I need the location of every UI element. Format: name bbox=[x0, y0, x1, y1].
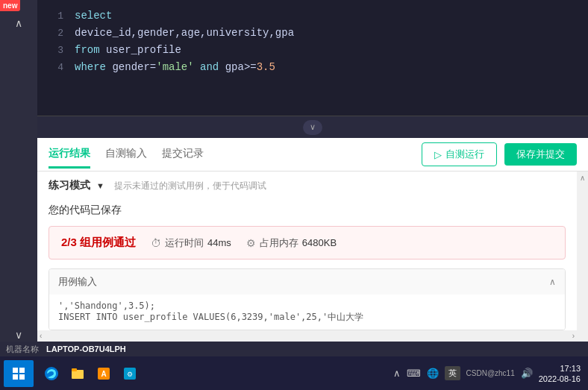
taskbar: 机器名称 LAPTOP-OB7U4LPH bbox=[0, 342, 588, 390]
tab-self-test[interactable]: 自测输入 bbox=[105, 141, 147, 169]
scroll-down-icon[interactable]: ∨ bbox=[15, 329, 22, 341]
keyboard-icon[interactable]: ⌨ bbox=[407, 368, 421, 379]
scroll-left-icon[interactable]: ‹ bbox=[40, 332, 42, 340]
testcase-header[interactable]: 用例输入 ∧ bbox=[49, 269, 565, 295]
memory-label: 占用内存 bbox=[260, 236, 298, 250]
caret-icon[interactable]: ∧ bbox=[393, 368, 401, 379]
code-line-4: 4 where gender= 'male' and gpa>= 3.5 bbox=[49, 59, 577, 76]
bottom-scrollbar[interactable]: ‹ › bbox=[37, 330, 577, 342]
svg-rect-6 bbox=[72, 368, 77, 371]
gear-icon: ⚙ bbox=[246, 237, 256, 249]
taskbar-top: 机器名称 LAPTOP-OB7U4LPH bbox=[0, 342, 588, 356]
testcase-area: 用例输入 ∧ ','Shandong',3.5); INSERT INTO us… bbox=[49, 268, 566, 330]
practice-hint: 提示未通过的测试用例，便于代码调试 bbox=[114, 180, 266, 192]
runtime-stat: ⏱ 运行时间 44ms bbox=[151, 236, 231, 250]
tab-run-result[interactable]: 运行结果 bbox=[49, 141, 90, 169]
saved-text: 您的代码已保存 bbox=[37, 200, 577, 226]
network-icon[interactable]: 🌐 bbox=[427, 368, 439, 379]
scroll-up-icon[interactable]: ∧ bbox=[15, 17, 22, 29]
edge-icon[interactable] bbox=[40, 362, 63, 386]
content-area: 练习模式 ▼ 提示未通过的测试用例，便于代码调试 您的代码已保存 2/3 组用例… bbox=[37, 172, 577, 342]
scroll-up-right-icon[interactable]: ∧ bbox=[580, 172, 585, 182]
file-manager-icon[interactable] bbox=[66, 362, 90, 386]
start-button[interactable] bbox=[4, 360, 34, 387]
machine-name: LAPTOP-OB7U4LPH bbox=[46, 345, 126, 353]
testcase-toggle-icon[interactable]: ∧ bbox=[549, 277, 556, 287]
clock: 17:13 2022-08-16 bbox=[539, 363, 581, 384]
run-play-icon: ▷ bbox=[434, 149, 442, 160]
svg-rect-3 bbox=[19, 374, 25, 380]
expand-button[interactable]: ∨ bbox=[303, 120, 322, 135]
runtime-label: 运行时间 bbox=[165, 236, 204, 250]
tab-submit-history[interactable]: 提交记录 bbox=[162, 141, 204, 169]
svg-text:A: A bbox=[101, 370, 106, 378]
tab-area: 运行结果 自测输入 提交记录 ▷ 自测运行 保存并提交 bbox=[37, 138, 588, 172]
right-scrollbar[interactable]: ∧ bbox=[577, 172, 588, 342]
result-header: 2/3 组用例通过 ⏱ 运行时间 44ms ⚙ 占用内存 6480KB bbox=[61, 236, 553, 250]
system-tray: ∧ ⌨ 🌐 英 CSDN@zhc11 🔊 17:13 2022-08-16 bbox=[393, 363, 584, 384]
expand-button-container: ∨ bbox=[37, 116, 588, 138]
code-line-3: 3 from user_profile bbox=[49, 42, 577, 59]
result-box: 2/3 组用例通过 ⏱ 运行时间 44ms ⚙ 占用内存 6480KB bbox=[49, 226, 566, 260]
clock-date: 2022-08-16 bbox=[539, 374, 581, 384]
svg-rect-0 bbox=[13, 368, 18, 373]
self-test-run-button[interactable]: ▷ 自测运行 bbox=[422, 142, 497, 166]
ime-indicator[interactable]: 英 bbox=[445, 366, 460, 380]
new-badge: new bbox=[0, 0, 20, 11]
runtime-value: 44ms bbox=[207, 237, 231, 248]
app-icon-1[interactable]: A bbox=[92, 362, 116, 386]
testcase-line-1: ','Shandong',3.5); bbox=[58, 301, 556, 311]
testcase-label: 用例输入 bbox=[58, 275, 97, 289]
tabs-right: ▷ 自测运行 保存并提交 bbox=[422, 142, 577, 166]
code-line-1: 1 select bbox=[49, 7, 577, 25]
svg-rect-1 bbox=[19, 368, 25, 373]
practice-mode-dropdown[interactable]: ▼ bbox=[96, 181, 104, 190]
memory-value: 6480KB bbox=[302, 237, 337, 248]
run-button-label: 自测运行 bbox=[445, 148, 484, 161]
memory-stat: ⚙ 占用内存 6480KB bbox=[246, 236, 337, 250]
practice-mode-label: 练习模式 bbox=[49, 179, 90, 192]
scroll-right-icon[interactable]: › bbox=[572, 332, 575, 340]
svg-rect-2 bbox=[13, 374, 18, 380]
pass-badge: 2/3 组用例通过 bbox=[61, 236, 136, 250]
save-submit-button[interactable]: 保存并提交 bbox=[504, 143, 577, 166]
clock-time: 17:13 bbox=[539, 363, 581, 374]
machine-label: 机器名称 bbox=[6, 344, 39, 355]
app-icon-2[interactable]: ⚙ bbox=[118, 362, 142, 386]
tray-text: CSDN@zhc11 bbox=[466, 369, 515, 377]
left-sidebar: ∧ ∨ bbox=[0, 0, 37, 343]
volume-icon[interactable]: 🔊 bbox=[521, 368, 533, 379]
code-line-2: 2 device_id,gender,age,university,gpa bbox=[49, 25, 577, 42]
practice-mode-bar: 练习模式 ▼ 提示未通过的测试用例，便于代码调试 bbox=[37, 172, 577, 200]
code-editor[interactable]: 1 select 2 device_id,gender,age,universi… bbox=[37, 0, 588, 116]
clock-icon: ⏱ bbox=[151, 237, 161, 249]
svg-text:⚙: ⚙ bbox=[127, 371, 133, 378]
testcase-line-2: INSERT INTO user_profile VALUES(6,3239,'… bbox=[58, 311, 556, 324]
tabs-left: 运行结果 自测输入 提交记录 bbox=[49, 141, 204, 169]
taskbar-bottom: A ⚙ ∧ ⌨ 🌐 英 CSDN@zhc11 🔊 17:13 2022-08-1… bbox=[0, 356, 588, 390]
testcase-content: ','Shandong',3.5); INSERT INTO user_prof… bbox=[49, 295, 565, 330]
